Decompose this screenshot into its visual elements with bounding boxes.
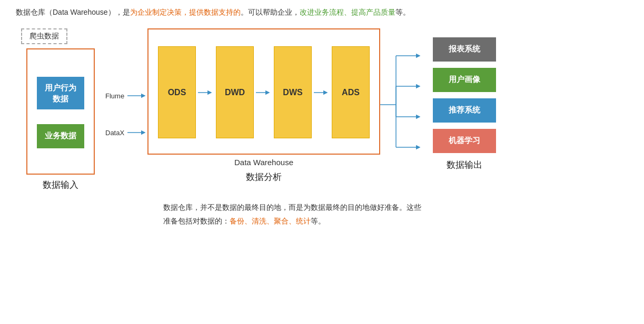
- intro-highlight2: 改进业务流程、提高产品质量: [300, 8, 395, 16]
- crawler-box: 爬虫数据: [21, 28, 67, 44]
- output-box-recommend: 推荐系统: [433, 98, 496, 123]
- dws-ads-arrow: [312, 88, 332, 97]
- warehouse-section: ODS DWD: [147, 28, 380, 183]
- output-boxes: 报表系统 用户画像 推荐系统 机器学习: [433, 28, 496, 155]
- flume-label: Flume: [105, 92, 125, 100]
- ods-dwd-arrow-svg: [198, 88, 214, 97]
- fanout-svg: [380, 36, 422, 173]
- input-section-label: 数据输入: [43, 179, 78, 191]
- dws-col: DWS: [274, 46, 312, 138]
- intro-text2: ），是: [108, 8, 130, 16]
- intro-text4: 等。: [395, 8, 410, 16]
- user-behavior-box: 用户行为数据: [37, 77, 84, 109]
- datax-label: DataX: [105, 129, 125, 137]
- output-box-ml: 机器学习: [433, 129, 496, 153]
- bottom-highlight: 备份、清洗、聚合、统计: [230, 217, 311, 225]
- dwd-col: DWD: [216, 46, 254, 138]
- output-box-report: 报表系统: [433, 37, 496, 62]
- flume-arrow-svg: [127, 91, 147, 100]
- datax-arrow-svg: [127, 128, 147, 137]
- input-orange-border: 用户行为数据 业务数据: [26, 48, 95, 175]
- dwd-dws-arrow-svg: [256, 88, 272, 97]
- datax-arrow-row: DataX: [105, 128, 147, 137]
- analysis-section-label: 数据分析: [246, 171, 282, 183]
- intro-highlight1: 为企业制定决策，提供数据支持的: [130, 8, 241, 16]
- bottom-text1: 数据仓库，并不是数据的最终目的地，而是为数据最终的目的地做好准备。这些: [163, 203, 421, 211]
- output-box-portrait: 用户画像: [433, 68, 496, 92]
- diagram-area: 爬虫数据 用户行为数据 业务数据 数据输入 Flume Da: [16, 28, 628, 191]
- intro-paragraph: 数据仓库（Data Warehouse），是为企业制定决策，提供数据支持的。可以…: [16, 6, 628, 19]
- business-data-box: 业务数据: [37, 124, 84, 148]
- input-arrows-col: Flume DataX: [105, 28, 147, 165]
- bottom-text3: 等。: [311, 217, 325, 225]
- flume-arrow-row: Flume: [105, 91, 147, 100]
- warehouse-border: ODS DWD: [147, 28, 380, 155]
- dw-title: Data Warehouse: [234, 158, 293, 167]
- input-section: 爬虫数据 用户行为数据 业务数据 数据输入: [16, 28, 105, 191]
- fanout-arrow-area: [380, 28, 422, 176]
- ods-col: ODS: [158, 46, 196, 138]
- output-section: 报表系统 用户画像 推荐系统 机器学习 数据输出: [422, 28, 507, 171]
- dws-ads-arrow-svg: [314, 88, 330, 97]
- dws-box: DWS: [274, 46, 312, 138]
- arrow-group: Flume DataX: [105, 85, 147, 137]
- ods-box: ODS: [158, 46, 196, 138]
- intro-text1: 数据仓库（: [16, 8, 53, 16]
- bottom-text: 数据仓库，并不是数据的最终目的地，而是为数据最终的目的地做好准备。这些 准备包括…: [16, 200, 628, 228]
- ads-box: ADS: [332, 46, 370, 138]
- warehouse-section-label: Data Warehouse: [234, 158, 293, 167]
- dwd-dws-arrow: [254, 88, 274, 97]
- intro-text3: 。可以帮助企业，: [241, 8, 300, 16]
- output-section-label: 数据输出: [447, 159, 482, 171]
- dwd-box: DWD: [216, 46, 254, 138]
- intro-title: Data Warehouse: [53, 8, 108, 16]
- ods-dwd-arrow: [196, 88, 216, 97]
- ads-col: ADS: [332, 46, 370, 138]
- bottom-text2: 准备包括对数据的：: [163, 217, 230, 225]
